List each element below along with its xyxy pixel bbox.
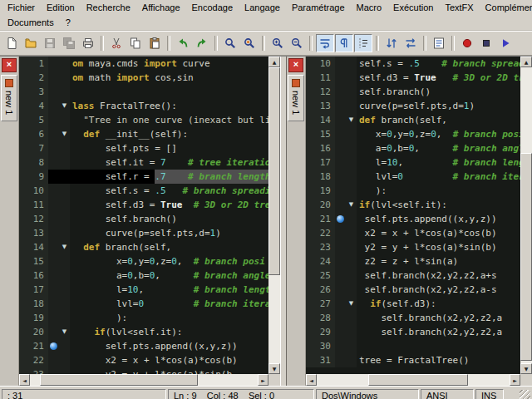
line-number[interactable]: 7 [19,141,48,155]
bookmark-margin[interactable] [335,283,346,297]
code-text[interactable]: om math import cos,sin [70,71,268,85]
bookmark-margin[interactable] [48,240,59,254]
line-number[interactable]: 15 [19,254,48,268]
copy-button[interactable] [126,34,145,52]
code-editor-right[interactable]: 10self.s = .5 # branch spreading11self.d… [306,57,532,386]
bookmark-margin[interactable] [48,339,59,353]
bookmark-margin[interactable] [48,212,59,226]
fold-collapse-icon[interactable]: ▼ [346,297,357,311]
bookmark-margin[interactable] [335,155,346,170]
line-number[interactable]: 6 [19,127,48,141]
line-number[interactable]: 29 [306,325,335,339]
cut-button[interactable] [107,34,126,52]
code-text[interactable]: "Tree in one curve (inexact but light)" [70,113,268,127]
save-all-button[interactable] [60,34,78,52]
line-number[interactable]: 3 [19,85,48,99]
line-number[interactable]: 13 [306,99,335,113]
horizontal-scrollbar[interactable]: ◄ ► [306,374,520,386]
line-number[interactable]: 11 [19,198,48,212]
code-text[interactable]: self.branch() [70,212,268,226]
line-number[interactable]: 12 [306,85,335,99]
menu-item-encodage[interactable]: Encodage [186,1,239,14]
code-text[interactable]: l=10, # branch length [357,155,520,170]
code-text[interactable]: lvl=0 # branch iteration [357,170,520,184]
menu-item-recherche[interactable]: Recherche [81,1,136,14]
scroll-up-button[interactable]: ▲ [268,57,280,67]
replace-button[interactable] [240,34,259,52]
line-number[interactable]: 19 [19,311,48,325]
menu-item-affichage[interactable]: Affichage [136,1,186,14]
code-text[interactable]: self.d3 = True # 3D or 2D tree [357,71,520,85]
code-text[interactable]: lvl=0 # branch iteration [70,297,268,311]
code-text[interactable]: if(lvl<self.it): [70,325,268,339]
bookmark-margin[interactable] [48,127,59,141]
line-number[interactable]: 30 [306,339,335,353]
resize-grip[interactable] [520,390,530,399]
horizontal-scroll-thumb[interactable] [40,374,198,386]
code-text[interactable]: ): [357,184,520,198]
redo-button[interactable] [193,34,211,52]
vertical-scroll-thumb[interactable] [520,153,532,361]
line-number[interactable]: 23 [19,367,48,374]
code-text[interactable]: curve(p=self.pts,d=1) [70,226,268,240]
line-number[interactable]: 8 [19,155,48,170]
bookmark-margin[interactable] [335,268,346,283]
line-number[interactable]: 31 [306,353,335,367]
scroll-up-button[interactable]: ▲ [520,57,532,67]
line-number[interactable]: 19 [306,184,335,198]
bookmark-margin[interactable] [48,367,59,374]
new-file-button[interactable] [2,34,21,52]
fold-collapse-icon[interactable]: ▼ [59,99,70,113]
bookmark-margin[interactable] [48,325,59,339]
bookmark-margin[interactable] [335,311,346,325]
line-number[interactable]: 17 [19,283,48,297]
bookmark-margin[interactable] [335,85,346,99]
bookmark-margin[interactable] [335,226,346,240]
line-number[interactable]: 14 [306,113,335,127]
bookmark-margin[interactable] [335,297,346,311]
menu-item-textfx[interactable]: TextFX [439,1,479,14]
bookmark-margin[interactable] [335,325,346,339]
line-number[interactable]: 13 [19,226,48,240]
bookmark-margin[interactable] [48,184,59,198]
fold-collapse-icon[interactable]: ▼ [59,325,70,339]
menu-item-complements[interactable]: Compléments [480,1,532,14]
sync-horizontal-button[interactable] [401,34,420,52]
menu-item-help[interactable]: ? [60,16,76,29]
code-text[interactable]: self.s = .5 # branch spreading [70,184,268,198]
open-file-button[interactable] [22,34,40,52]
line-number[interactable]: 4 [19,99,48,113]
line-number[interactable]: 20 [306,198,335,212]
code-text[interactable]: x2 = x + l*cos(a)*cos(b) [357,226,520,240]
bookmark-margin[interactable] [335,170,346,184]
menu-item-langage[interactable]: Langage [239,1,286,14]
menu-item-macro[interactable]: Macro [351,1,388,14]
code-text[interactable]: self.pts = [] [70,141,268,155]
bookmark-margin[interactable] [335,113,346,127]
menu-item-edition[interactable]: Edition [41,1,81,14]
line-number[interactable]: 22 [306,226,335,240]
bookmark-margin[interactable] [48,254,59,268]
code-text[interactable]: x=0,y=0,z=0, # branch posi [70,254,268,268]
vertical-scrollbar[interactable]: ▲ ▼ [520,57,532,374]
bookmark-margin[interactable] [335,141,346,155]
play-macro-button[interactable] [496,34,515,52]
code-text[interactable]: self.r = .7 # branch length fac [70,170,268,184]
fold-collapse-icon[interactable]: ▼ [59,240,70,254]
code-area[interactable]: 1om maya.cmds import curve2om math impor… [19,57,268,374]
pane-splitter[interactable] [280,57,287,386]
code-text[interactable] [357,339,520,353]
scroll-right-button[interactable]: ► [510,374,520,386]
code-text[interactable]: self.pts.append((x,y,z)) [357,212,520,226]
bookmark-margin[interactable] [48,268,59,283]
code-text[interactable]: self.pts.append((x,y,z)) [70,339,268,353]
bookmark-margin[interactable] [335,240,346,254]
line-number[interactable]: 25 [306,268,335,283]
code-text[interactable]: ): [70,311,268,325]
bookmark-margin[interactable] [48,311,59,325]
function-list-button[interactable] [430,34,448,52]
bookmark-margin[interactable] [335,57,346,71]
line-number[interactable]: 21 [306,212,335,226]
bookmark-margin[interactable] [335,99,346,113]
close-document-button[interactable]: × [288,58,303,72]
